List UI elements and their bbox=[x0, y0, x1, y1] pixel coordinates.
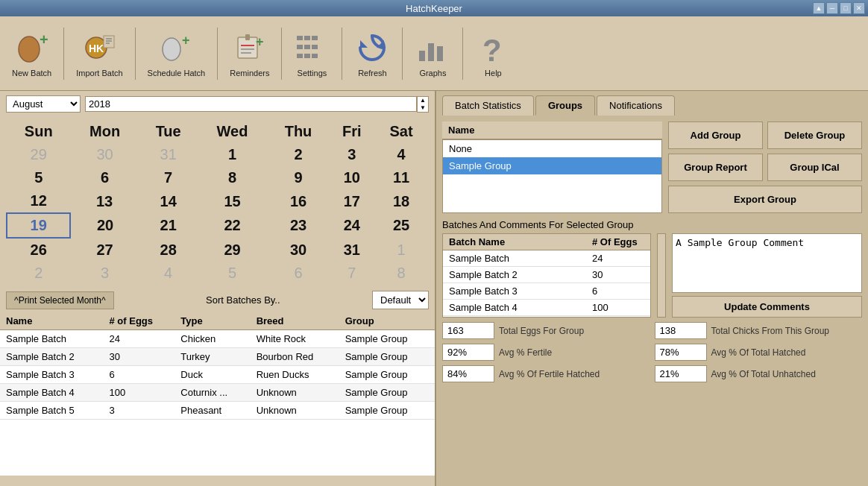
win-up-btn[interactable]: ▲ bbox=[813, 2, 825, 14]
refresh-button[interactable]: Refresh bbox=[348, 27, 396, 81]
group-report-button[interactable]: Group Report bbox=[668, 154, 763, 181]
sort-select[interactable]: Default Name Date Eggs bbox=[372, 291, 429, 309]
calendar-day[interactable]: 16 bbox=[267, 189, 329, 213]
batch-cell-eggs: 100 bbox=[104, 384, 175, 402]
settings-button[interactable]: Settings bbox=[288, 27, 336, 81]
calendar-day[interactable]: 1 bbox=[198, 143, 268, 166]
win-maximize-btn[interactable]: □ bbox=[840, 2, 852, 14]
batch-table-row[interactable]: Sample Batch 4100Coturnix ...UnknownSamp… bbox=[0, 384, 435, 402]
group-item-sample[interactable]: Sample Group bbox=[443, 157, 661, 174]
group-batch-row[interactable]: Sample Batch 36 bbox=[443, 283, 650, 300]
new-batch-button[interactable]: + New Batch bbox=[6, 27, 57, 81]
month-select[interactable]: August bbox=[6, 95, 81, 113]
group-batch-row[interactable]: Sample Batch 230 bbox=[443, 267, 650, 283]
reminders-button[interactable]: + Reminders bbox=[224, 27, 275, 81]
schedule-hatch-button[interactable]: + Schedule Hatch bbox=[142, 27, 212, 81]
calendar-day[interactable]: 8 bbox=[374, 262, 428, 285]
calendar-day[interactable]: 10 bbox=[330, 166, 374, 189]
calendar-day[interactable]: 29 bbox=[198, 238, 268, 262]
calendar-day[interactable]: 3 bbox=[70, 262, 139, 285]
calendar-day[interactable]: 15 bbox=[198, 189, 268, 213]
calendar-day[interactable]: 7 bbox=[330, 262, 374, 285]
batch-table-row[interactable]: Sample Batch 53PheasantUnknownSample Gro… bbox=[0, 402, 435, 420]
calendar-day[interactable]: 22 bbox=[198, 213, 268, 238]
calendar-day[interactable]: 17 bbox=[330, 189, 374, 213]
calendar-day[interactable]: 30 bbox=[70, 143, 139, 166]
export-group-button[interactable]: Export Group bbox=[668, 186, 862, 213]
win-close-btn[interactable]: ✕ bbox=[853, 2, 865, 14]
svg-marker-25 bbox=[360, 40, 368, 48]
batches-scrollbar[interactable] bbox=[657, 233, 666, 318]
group-item-none[interactable]: None bbox=[443, 140, 661, 157]
calendar-day[interactable]: 20 bbox=[70, 213, 139, 238]
calendar-day[interactable]: 4 bbox=[374, 143, 428, 166]
stat-value-5[interactable] bbox=[655, 365, 707, 382]
print-sort-bar: ^Print Selected Month^ Sort Batches By..… bbox=[0, 288, 435, 312]
calendar-day[interactable]: 21 bbox=[139, 213, 198, 238]
calendar-day[interactable]: 26 bbox=[7, 238, 70, 262]
cal-header-sat: Sat bbox=[374, 120, 428, 143]
stat-value-1[interactable] bbox=[655, 322, 707, 339]
batch-table-body: Sample Batch24ChickenWhite RockSample Gr… bbox=[0, 330, 435, 420]
calendar-day[interactable]: 25 bbox=[374, 213, 428, 238]
group-ical-button[interactable]: Group ICal bbox=[767, 154, 862, 181]
calendar-day[interactable]: 23 bbox=[267, 213, 329, 238]
calendar-day[interactable]: 9 bbox=[267, 166, 329, 189]
calendar-day[interactable]: 4 bbox=[139, 262, 198, 285]
cal-header-thu: Thu bbox=[267, 120, 329, 143]
group-batch-row[interactable]: Sample Batch24 bbox=[443, 250, 650, 267]
year-up-btn[interactable]: ▲ bbox=[418, 97, 428, 104]
import-batch-button[interactable]: HK Import Batch bbox=[70, 27, 128, 81]
calendar-day[interactable]: 29 bbox=[7, 143, 70, 166]
batch-table-row[interactable]: Sample Batch 230TurkeyBourbon RedSample … bbox=[0, 348, 435, 366]
calendar-day[interactable]: 5 bbox=[198, 262, 268, 285]
calendar-day[interactable]: 6 bbox=[267, 262, 329, 285]
calendar-day[interactable]: 1 bbox=[374, 238, 428, 262]
calendar-day[interactable]: 2 bbox=[267, 143, 329, 166]
tab-notifications[interactable]: Notifications bbox=[597, 95, 675, 116]
calendar-day[interactable]: 13 bbox=[70, 189, 139, 213]
tab-batch-statistics[interactable]: Batch Statistics bbox=[442, 95, 534, 116]
calendar-day[interactable]: 31 bbox=[330, 238, 374, 262]
graphs-button[interactable]: Graphs bbox=[409, 27, 456, 81]
calendar-day[interactable]: 5 bbox=[7, 166, 70, 189]
tab-groups[interactable]: Groups bbox=[535, 95, 595, 116]
batch-cell-type: Turkey bbox=[174, 348, 250, 366]
group-batch-row[interactable]: Sample Batch 4100 bbox=[443, 300, 650, 316]
batch-table-row[interactable]: Sample Batch 36DuckRuen DucksSample Grou… bbox=[0, 366, 435, 384]
stat-value-3[interactable] bbox=[655, 344, 707, 361]
win-minimize-btn[interactable]: ─ bbox=[826, 2, 838, 14]
help-button[interactable]: ? Help bbox=[469, 27, 517, 81]
calendar-day[interactable]: 6 bbox=[70, 166, 139, 189]
calendar-day[interactable]: 27 bbox=[70, 238, 139, 262]
year-down-btn[interactable]: ▼ bbox=[418, 104, 428, 112]
stat-value-2[interactable] bbox=[442, 344, 494, 361]
calendar-day[interactable]: 19 bbox=[7, 213, 70, 238]
stat-value-0[interactable] bbox=[442, 322, 494, 339]
stat-label-2: Avg % Fertile bbox=[499, 347, 552, 358]
calendar-day[interactable]: 24 bbox=[330, 213, 374, 238]
comment-textarea[interactable]: A Sample Group Comment bbox=[672, 233, 862, 293]
sep4 bbox=[281, 28, 282, 80]
batch-name-header: Batch Name bbox=[449, 236, 592, 247]
calendar-day[interactable]: 11 bbox=[374, 166, 428, 189]
stat-value-4[interactable] bbox=[442, 365, 494, 382]
calendar-day[interactable]: 3 bbox=[330, 143, 374, 166]
calendar-day[interactable]: 18 bbox=[374, 189, 428, 213]
calendar-day[interactable]: 31 bbox=[139, 143, 198, 166]
calendar-day[interactable]: 7 bbox=[139, 166, 198, 189]
calendar-day[interactable]: 28 bbox=[139, 238, 198, 262]
calendar-day[interactable]: 8 bbox=[198, 166, 268, 189]
print-month-button[interactable]: ^Print Selected Month^ bbox=[6, 291, 114, 309]
new-batch-icon: + bbox=[14, 30, 50, 66]
calendar-day[interactable]: 2 bbox=[7, 262, 70, 285]
batch-table-row[interactable]: Sample Batch24ChickenWhite RockSample Gr… bbox=[0, 330, 435, 348]
delete-group-button[interactable]: Delete Group bbox=[767, 122, 862, 149]
calendar-day[interactable]: 30 bbox=[267, 238, 329, 262]
add-group-button[interactable]: Add Group bbox=[668, 122, 763, 149]
calendar-day[interactable]: 14 bbox=[139, 189, 198, 213]
calendar-day[interactable]: 12 bbox=[7, 189, 70, 213]
batches-list-header: Batch Name # Of Eggs bbox=[443, 234, 650, 250]
update-comments-button[interactable]: Update Comments bbox=[672, 296, 862, 318]
year-input[interactable] bbox=[85, 96, 417, 112]
